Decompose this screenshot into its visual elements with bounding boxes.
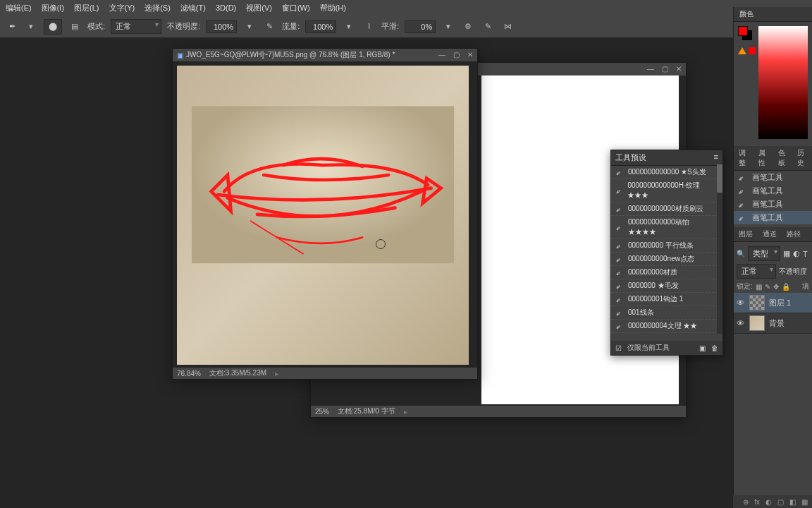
- smooth-field[interactable]: 0%: [405, 20, 436, 33]
- foreground-swatch[interactable]: [738, 26, 748, 36]
- lock-all-icon[interactable]: 🔒: [782, 283, 790, 291]
- preset-label: 0000000000new点态: [628, 254, 694, 264]
- scrollbar-thumb[interactable]: [717, 164, 722, 193]
- minimize-icon[interactable]: —: [644, 63, 658, 74]
- doc1-titlebar[interactable]: ▣ JWO_E5G~GQ@PLWH]~7}MU5S.png @ 76.8% (图…: [173, 49, 477, 61]
- menu-item[interactable]: 滤镜(T): [180, 3, 206, 13]
- layer-action-icon[interactable]: ▢: [777, 498, 784, 506]
- panel-tab[interactable]: 历史: [792, 146, 812, 170]
- brush-tool-row[interactable]: ✒画笔工具: [734, 184, 812, 198]
- maximize-icon[interactable]: ▢: [658, 63, 672, 74]
- pressure-opacity-icon[interactable]: ✎: [262, 20, 276, 34]
- menu-icon[interactable]: ≡: [714, 152, 718, 163]
- opacity-field[interactable]: 100%: [206, 20, 237, 33]
- opacity-arrow[interactable]: ▾: [242, 20, 257, 34]
- lock-pixel-icon[interactable]: ✎: [765, 283, 770, 291]
- layer-thumb[interactable]: [749, 315, 765, 331]
- menu-item[interactable]: 选择(S): [144, 3, 171, 13]
- preset-item[interactable]: ✒000000000000稿怕 ★★★★: [611, 216, 722, 239]
- doc1-zoom[interactable]: 76.84%: [177, 370, 201, 377]
- presets-title: 工具预设: [615, 152, 646, 163]
- gear-icon[interactable]: ⚙: [461, 20, 475, 34]
- layer-row[interactable]: 👁背景: [734, 313, 812, 334]
- close-icon[interactable]: ✕: [672, 63, 686, 74]
- visibility-icon[interactable]: 👁: [737, 298, 745, 307]
- layer-kind-select[interactable]: 类型: [748, 246, 780, 261]
- presets-list[interactable]: ✒0000000000000 ★S头发✒0000000000000H-纹理 ★★…: [611, 166, 722, 335]
- blend-mode-select[interactable]: 正常: [737, 264, 776, 279]
- warning-icon[interactable]: [738, 47, 746, 54]
- doc2-zoom[interactable]: 25%: [315, 408, 329, 416]
- panel-tab[interactable]: 图层: [734, 227, 758, 241]
- panel-tab[interactable]: 调整: [734, 146, 753, 170]
- menu-item[interactable]: 帮助(H): [320, 3, 346, 13]
- preset-item[interactable]: ✒000000000 平行线条: [611, 239, 722, 253]
- panel-tab[interactable]: 通道: [758, 227, 782, 241]
- brush-preview[interactable]: ⬤: [44, 19, 62, 35]
- layer-name: 图层 1: [769, 298, 791, 308]
- brush-chevron[interactable]: ▾: [24, 20, 38, 34]
- presets-header[interactable]: 工具预设 ≡: [611, 150, 722, 166]
- preset-item[interactable]: ✒000000001钩边 1: [611, 293, 722, 306]
- menu-item[interactable]: 图层(L): [74, 3, 99, 13]
- filter-pixel-icon[interactable]: ▦: [783, 249, 790, 258]
- lock-pos-icon[interactable]: ✥: [773, 283, 779, 291]
- preset-item[interactable]: ✒0000000000000 ★S头发: [611, 166, 722, 179]
- flow-arrow[interactable]: ▾: [342, 20, 356, 34]
- presets-scrollbar[interactable]: [717, 164, 722, 334]
- layer-action-icon[interactable]: fx: [754, 498, 760, 506]
- preset-item[interactable]: ✒000000000000材质刷云: [611, 202, 722, 216]
- lock-trans-icon[interactable]: ▦: [756, 283, 762, 291]
- minimize-icon[interactable]: —: [435, 49, 449, 60]
- symmetry-icon[interactable]: ⋈: [500, 20, 515, 34]
- brush-tool-row[interactable]: ✒画笔工具: [734, 211, 812, 224]
- tool-icon[interactable]: ✒: [6, 20, 18, 33]
- color-field[interactable]: [758, 26, 808, 139]
- menu-item[interactable]: 视图(V): [246, 3, 272, 13]
- new-preset-icon[interactable]: ▣: [699, 344, 706, 352]
- filter-text-icon[interactable]: T: [803, 250, 808, 258]
- color-tab[interactable]: 颜色: [734, 7, 812, 22]
- preset-item[interactable]: ✒0000000000new点态: [611, 253, 722, 266]
- document-window-1[interactable]: ▣ JWO_E5G~GQ@PLWH]~7}MU5S.png @ 76.8% (图…: [172, 48, 478, 380]
- brush-tool-row[interactable]: ✒画笔工具: [734, 171, 812, 184]
- brush-panel-icon[interactable]: ▤: [68, 20, 82, 34]
- preset-item[interactable]: ✒001线条: [611, 306, 722, 320]
- layer-thumb[interactable]: [749, 295, 765, 310]
- panel-tab[interactable]: 色板: [773, 146, 793, 170]
- airbrush-icon[interactable]: ⌇: [362, 20, 376, 34]
- mode-select[interactable]: 正常: [111, 19, 161, 34]
- menu-item[interactable]: 文字(Y): [109, 3, 135, 13]
- layer-row[interactable]: 👁图层 1: [734, 293, 812, 313]
- menu-item[interactable]: 3D(D): [216, 4, 236, 12]
- flow-field[interactable]: 100%: [305, 20, 336, 33]
- checkbox-icon[interactable]: ☑: [615, 344, 622, 352]
- doc1-canvas[interactable]: [177, 66, 469, 365]
- mode-label: 模式:: [87, 21, 105, 32]
- filter-adjust-icon[interactable]: ◐: [793, 249, 800, 258]
- menu-item[interactable]: 图像(I): [42, 3, 64, 13]
- panel-tab[interactable]: 路径: [782, 227, 806, 241]
- preset-item[interactable]: ✒000000000喷枪71: [611, 333, 722, 335]
- preset-item[interactable]: ✒0000000000000H-纹理 ★★★: [611, 179, 722, 202]
- doc2-size: 文档:25.8M/0 字节: [338, 406, 395, 416]
- pressure-size-icon[interactable]: ✎: [481, 20, 495, 34]
- maximize-icon[interactable]: ▢: [449, 49, 463, 60]
- preset-item[interactable]: ✒0000000004文理 ★★: [611, 320, 722, 333]
- panel-tab[interactable]: 属性: [753, 146, 773, 170]
- layer-action-icon[interactable]: ◐: [765, 498, 772, 506]
- layer-action-icon[interactable]: ▦: [801, 498, 808, 506]
- preset-item[interactable]: ✒0000000 ★毛发: [611, 279, 722, 293]
- foreground-background-swatch[interactable]: [738, 26, 752, 40]
- tool-presets-panel[interactable]: 工具预设 ≡ ✒0000000000000 ★S头发✒0000000000000…: [610, 150, 723, 356]
- menu-item[interactable]: 窗口(W): [282, 3, 310, 13]
- smooth-arrow[interactable]: ▾: [441, 20, 455, 34]
- close-icon[interactable]: ✕: [463, 49, 477, 60]
- preset-item[interactable]: ✒000000000材质: [611, 266, 722, 279]
- layer-action-icon[interactable]: ◧: [789, 498, 796, 506]
- menu-item[interactable]: 编辑(E): [6, 3, 32, 13]
- layer-action-icon[interactable]: ⊕: [743, 498, 749, 506]
- brush-tool-row[interactable]: ✒画笔工具: [734, 198, 812, 211]
- visibility-icon[interactable]: 👁: [737, 319, 745, 327]
- delete-preset-icon[interactable]: 🗑: [711, 344, 718, 352]
